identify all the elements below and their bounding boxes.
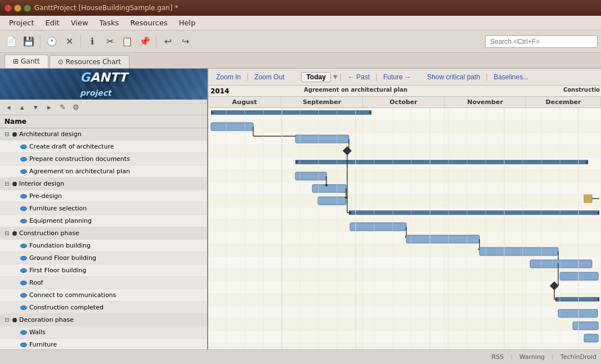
bar-roof[interactable] bbox=[530, 260, 592, 268]
task-row[interactable]: Prepare construction documents bbox=[0, 153, 207, 165]
group-icon bbox=[12, 318, 17, 322]
task-row[interactable]: Foundation building bbox=[0, 240, 207, 252]
bar-arch-design[interactable] bbox=[211, 110, 371, 115]
task-bullet-icon bbox=[20, 157, 27, 161]
task-row[interactable]: ⊟ Architectural design bbox=[0, 128, 207, 141]
task-row[interactable]: Roof bbox=[0, 277, 207, 289]
task-row[interactable]: Construction completed bbox=[0, 302, 207, 314]
minimize-button[interactable] bbox=[14, 5, 21, 12]
window-controls[interactable] bbox=[5, 5, 31, 12]
maximize-button[interactable] bbox=[24, 5, 31, 12]
critical-path-button[interactable]: Show critical path bbox=[424, 72, 483, 82]
month-label: October bbox=[389, 98, 417, 106]
bar-family[interactable] bbox=[584, 334, 598, 342]
toolbar-sep: | bbox=[375, 73, 378, 81]
today-button[interactable]: Today bbox=[301, 72, 330, 82]
cut-button[interactable]: ✂ bbox=[102, 34, 118, 50]
bar-foundation[interactable] bbox=[350, 223, 406, 231]
task-label: Ground Floor building bbox=[29, 254, 96, 262]
menu-edit[interactable]: Edit bbox=[39, 17, 65, 28]
menu-help[interactable]: Help bbox=[173, 17, 201, 28]
task-row[interactable]: ⊟ Interior design bbox=[0, 178, 207, 190]
task-row[interactable]: Furniture bbox=[0, 339, 207, 349]
task-bullet-icon bbox=[20, 206, 27, 211]
undo-button[interactable]: ↩ bbox=[160, 34, 176, 50]
gantt-month-headers: August September October November Decemb… bbox=[208, 97, 601, 108]
paste-button[interactable]: 📌 bbox=[137, 34, 153, 50]
task-row[interactable]: Pre-design bbox=[0, 190, 207, 203]
bar-furniture-sel[interactable] bbox=[312, 185, 346, 192]
bar-interior-design[interactable] bbox=[295, 160, 588, 164]
task-row[interactable]: First Floor building bbox=[0, 264, 207, 277]
menu-tasks[interactable]: Tasks bbox=[94, 17, 125, 28]
bar-decoration-phase[interactable] bbox=[555, 297, 599, 302]
task-list-header-label: Name bbox=[5, 118, 26, 125]
redo-button[interactable]: ↪ bbox=[177, 34, 193, 50]
edit-task-button[interactable]: ✎ bbox=[56, 101, 69, 114]
month-label: November bbox=[467, 98, 503, 106]
baselines-button[interactable]: Baselines... bbox=[490, 72, 532, 82]
save-button[interactable]: 💾 bbox=[21, 34, 37, 50]
task-row[interactable]: ⊟ Decoration phase bbox=[0, 314, 207, 326]
task-properties-button[interactable]: 🕐 bbox=[44, 34, 60, 50]
bar-special[interactable] bbox=[584, 195, 592, 203]
expand-icon[interactable]: ⊟ bbox=[5, 181, 12, 187]
close-button[interactable] bbox=[5, 5, 12, 12]
info-button[interactable]: ℹ bbox=[84, 34, 100, 50]
bar-walls[interactable] bbox=[558, 309, 598, 317]
copy-button[interactable]: 📋 bbox=[119, 34, 135, 50]
gantt-chart-area[interactable] bbox=[208, 108, 601, 349]
expand-icon[interactable]: ⊟ bbox=[5, 317, 12, 323]
task-row[interactable]: Ground Floor building bbox=[0, 252, 207, 264]
expand-icon[interactable]: ⊟ bbox=[5, 131, 12, 137]
task-list-header: Name bbox=[0, 115, 207, 128]
menu-view[interactable]: View bbox=[65, 17, 94, 28]
move-up-button[interactable]: ▴ bbox=[16, 101, 28, 114]
task-row[interactable]: Equipment planning bbox=[0, 215, 207, 227]
task-row[interactable]: Walls bbox=[0, 326, 207, 339]
bar-first-floor[interactable] bbox=[479, 248, 558, 255]
menu-resources[interactable]: Resources bbox=[124, 17, 173, 28]
search-input[interactable] bbox=[485, 35, 598, 48]
new-project-button[interactable]: 📄 bbox=[3, 34, 19, 50]
future-button[interactable]: Future → bbox=[380, 72, 415, 82]
task-row[interactable]: Connect to communications bbox=[0, 289, 207, 302]
task-row[interactable]: ⊟ Construction phase bbox=[0, 227, 207, 240]
task-row[interactable]: Furniture selection bbox=[0, 203, 207, 215]
resources-tab-label: Resources Chart bbox=[66, 58, 121, 66]
task-bullet-icon bbox=[20, 268, 27, 273]
indent-button[interactable]: ▸ bbox=[43, 101, 55, 114]
task-label: Furniture selection bbox=[29, 205, 87, 212]
past-button[interactable]: ← Past bbox=[344, 72, 373, 82]
group-icon bbox=[12, 182, 17, 186]
zoom-in-button[interactable]: Zoom In bbox=[213, 72, 244, 82]
bar-furniture[interactable] bbox=[573, 322, 598, 330]
outdent-button[interactable]: ◂ bbox=[2, 101, 15, 114]
task-label: Construction completed bbox=[29, 304, 104, 311]
task-row[interactable]: Create draft of architecture bbox=[0, 141, 207, 153]
move-down-button[interactable]: ▾ bbox=[29, 101, 42, 114]
status-app: TechinDroid bbox=[560, 353, 596, 361]
expand-icon[interactable]: ⊟ bbox=[5, 230, 12, 236]
zoom-out-button[interactable]: Zoom Out bbox=[251, 72, 288, 82]
bar-ground-floor[interactable] bbox=[406, 235, 479, 243]
bar-create-draft[interactable] bbox=[211, 123, 253, 131]
bar-equipment[interactable] bbox=[318, 197, 346, 205]
task-label: Construction phase bbox=[19, 230, 79, 237]
task-label: Equipment planning bbox=[29, 217, 92, 224]
task-row[interactable]: Agreement on architectural plan bbox=[0, 165, 207, 178]
bar-communications[interactable] bbox=[560, 272, 598, 280]
task-bullet-icon bbox=[20, 244, 27, 248]
month-august: August bbox=[208, 97, 281, 107]
gantt-bars-svg bbox=[208, 108, 601, 349]
task-list[interactable]: ⊟ Architectural design Create draft of a… bbox=[0, 128, 207, 349]
tab-resources[interactable]: ⊙ Resources Chart bbox=[50, 55, 129, 68]
task-tools-button[interactable]: ⚙ bbox=[70, 101, 82, 114]
delete-button[interactable]: ✕ bbox=[61, 34, 77, 50]
menu-project[interactable]: Project bbox=[3, 17, 39, 28]
tab-gantt[interactable]: ⊞ Gantt bbox=[5, 55, 48, 68]
bar-construction-phase[interactable] bbox=[349, 210, 599, 215]
task-label: Walls bbox=[29, 329, 46, 336]
status-rss: RSS bbox=[492, 353, 504, 361]
bar-prepare-construction[interactable] bbox=[295, 135, 349, 143]
